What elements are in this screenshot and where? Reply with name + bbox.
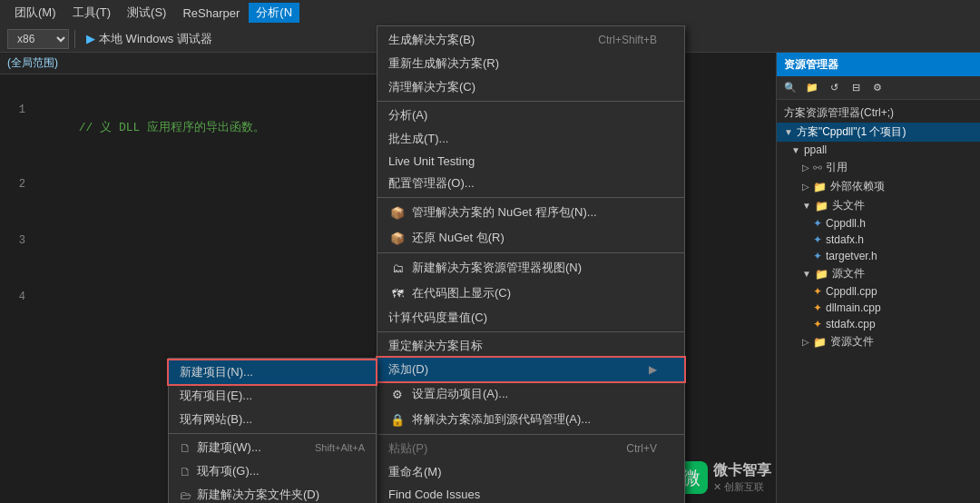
- ctx-rebuild-solution[interactable]: 重新生成解决方案(R): [377, 52, 684, 75]
- ctx-analyze[interactable]: 分析(A): [377, 104, 684, 127]
- ctx-gear-icon: ⚙: [388, 385, 407, 403]
- code-line-1: 1 // 义 DLL 应用程序的导出函数。: [0, 82, 390, 156]
- ctx-nuget-manage[interactable]: 📦 管理解决方案的 NuGet 程序包(N)...: [377, 200, 684, 225]
- submenu-new-item[interactable]: 🗋 新建项(W)... Shift+Alt+A: [169, 436, 376, 459]
- resources-folder[interactable]: ▷ 📁 资源文件: [777, 332, 980, 351]
- ctx-clean-solution[interactable]: 清理解决方案(C): [377, 75, 684, 99]
- menu-test[interactable]: 测试(S): [120, 3, 173, 23]
- panel-settings-btn[interactable]: ⚙: [867, 79, 887, 97]
- ctx-add-to-source[interactable]: 🔒 将解决方案添加到源代码管理(A)...: [377, 407, 684, 432]
- ctx-config-manager[interactable]: 配置管理器(O)...: [377, 172, 684, 195]
- ctx-code-metrics[interactable]: 计算代码度量值(C): [377, 306, 684, 330]
- ctx-clean-label: 清理解决方案(C): [388, 79, 657, 95]
- menu-tools[interactable]: 工具(T): [65, 3, 119, 23]
- config-dropdown[interactable]: x86: [7, 29, 69, 49]
- solution-explorer: 资源管理器 🔍 📁 ↺ ⊟ ⚙ 方案资源管理器(Ctrl+;) ▼ 方案"Cpp…: [776, 53, 980, 503]
- ctx-codemap-label: 在代码图上显示(C): [412, 285, 511, 301]
- submenu-new-item-shortcut: Shift+Alt+A: [315, 442, 365, 453]
- menu-resharper[interactable]: ReSharper: [175, 5, 247, 22]
- panel-collapse-btn[interactable]: ⊟: [846, 79, 866, 97]
- external-deps-folder[interactable]: ▷ 📁 外部依赖项: [777, 177, 980, 196]
- line-num-3: 3: [0, 232, 33, 250]
- solution-name-text: 方案"Cppdll"(1 个项目): [797, 124, 906, 140]
- menu-team[interactable]: 团队(M): [7, 3, 64, 23]
- ctx-find-issues[interactable]: Find Code Issues: [377, 484, 684, 503]
- watermark-sub: ✕ 创新互联: [713, 480, 771, 494]
- scope-bar: (全局范围): [0, 53, 390, 74]
- debugger-label: 本地 Windows 调试器: [99, 31, 212, 47]
- cppdll-cpp-item[interactable]: ✦ Cppdll.cpp: [777, 283, 980, 300]
- dllmain-cpp-label: dllmain.cpp: [826, 301, 881, 314]
- stdafx-cpp-icon: ✦: [813, 318, 822, 330]
- panel-search-btn[interactable]: 🔍: [780, 79, 800, 97]
- ctx-new-sol-view[interactable]: 🗂 新建解决方案资源管理器视图(N): [377, 255, 684, 281]
- ctx-nuget-label: 管理解决方案的 NuGet 程序包(N)...: [412, 204, 597, 221]
- submenu-sep-1: [169, 433, 376, 434]
- panel-new-folder-btn[interactable]: 📁: [802, 79, 822, 97]
- ctx-set-startup[interactable]: ⚙ 设置启动项目(A)...: [377, 381, 684, 407]
- stdafx-h-item[interactable]: ✦ stdafx.h: [777, 232, 980, 248]
- stdafx-cpp-label: stdafx.cpp: [826, 318, 876, 330]
- project-label: ppall: [804, 143, 827, 156]
- stdafx-cpp-item[interactable]: ✦ stdafx.cpp: [777, 316, 980, 332]
- ctx-paste-shortcut: Ctrl+V: [626, 442, 657, 455]
- headers-folder[interactable]: ▼ 📁 头文件: [777, 196, 980, 215]
- dllmain-cpp-icon: ✦: [813, 301, 822, 314]
- ext-icon: 📁: [813, 181, 827, 193]
- code-comment-1: // 义 DLL 应用程序的导出函数。: [79, 121, 265, 134]
- ctx-paste[interactable]: 粘贴(P) Ctrl+V: [377, 437, 684, 460]
- ctx-add[interactable]: 添加(D) ▶: [377, 358, 684, 381]
- refs-folder[interactable]: ▷ ⚯ 引用: [777, 158, 980, 177]
- stdafx-h-icon: ✦: [813, 233, 822, 246]
- submenu-new-solution-folder[interactable]: 🗁 新建解决方案文件夹(D): [169, 483, 376, 503]
- solution-name-item[interactable]: ▼ 方案"Cppdll"(1 个项目): [777, 123, 980, 142]
- submenu-existing-website[interactable]: 现有网站(B)...: [169, 408, 376, 431]
- ctx-codemap[interactable]: 🗺 在代码图上显示(C): [377, 281, 684, 306]
- submenu-existing-project[interactable]: 现有项目(E)...: [169, 384, 376, 408]
- context-menu-build: 生成解决方案(B) Ctrl+Shift+B 重新生成解决方案(R) 清理解决方…: [377, 25, 685, 503]
- debug-run-button[interactable]: ▶ 本地 Windows 调试器: [81, 29, 218, 49]
- ctx-startup-label: 设置启动项目(A)...: [412, 386, 508, 402]
- ctx-nuget2-icon: 📦: [388, 229, 407, 247]
- targetver-h-item[interactable]: ✦ targetver.h: [777, 248, 980, 264]
- solution-panel-title-text: 资源管理器: [784, 57, 838, 73]
- sources-folder[interactable]: ▼ 📁 源文件: [777, 264, 980, 283]
- project-item[interactable]: ▼ ppall: [777, 142, 980, 158]
- line-num-1: 1: [0, 101, 33, 119]
- ctx-add-label: 添加(D): [388, 361, 649, 378]
- sources-arrow: ▼: [802, 269, 811, 279]
- menu-bar: 团队(M) 工具(T) 测试(S) ReSharper 分析(N: [0, 0, 980, 25]
- ctx-rebuild-label: 重新生成解决方案(R): [388, 55, 657, 72]
- submenu-existing-item-label: 现有项(G)...: [197, 463, 260, 479]
- dllmain-cpp-item[interactable]: ✦ dllmain.cpp: [777, 300, 980, 316]
- solution-content: 方案资源管理器(Ctrl+;) ▼ 方案"Cppdll"(1 个项目) ▼ pp…: [777, 100, 980, 355]
- submenu-new-item-icon: 🗋: [180, 441, 191, 455]
- targetver-h-icon: ✦: [813, 250, 822, 262]
- menu-analysis[interactable]: 分析(N: [249, 3, 299, 23]
- submenu-existing-item[interactable]: 🗋 现有项(G)...: [169, 459, 376, 483]
- ctx-sep-1: [377, 101, 684, 102]
- ctx-generate-solution[interactable]: 生成解决方案(B) Ctrl+Shift+B: [377, 28, 684, 52]
- stdafx-h-label: stdafx.h: [826, 233, 864, 246]
- refs-label: 引用: [826, 160, 848, 175]
- resources-label: 资源文件: [830, 334, 874, 350]
- submenu-new-project[interactable]: 新建项目(N)...: [169, 360, 376, 384]
- ctx-live-label: Live Unit Testing: [388, 154, 657, 168]
- cppdll-h-item[interactable]: ✦ Cppdll.h: [777, 215, 980, 232]
- ctx-findissues-label: Find Code Issues: [388, 488, 657, 501]
- panel-refresh-btn[interactable]: ↺: [824, 79, 844, 97]
- sources-label: 源文件: [832, 266, 865, 281]
- ctx-retarget[interactable]: 重定解决方案目标: [377, 334, 684, 358]
- ctx-config-label: 配置管理器(O)...: [388, 175, 657, 192]
- ext-arrow: ▷: [802, 182, 809, 192]
- ctx-batch-label: 批生成(T)...: [388, 131, 657, 147]
- ctx-retarget-label: 重定解决方案目标: [388, 338, 657, 354]
- ctx-batch-build[interactable]: 批生成(T)...: [377, 127, 684, 151]
- ctx-live-unit[interactable]: Live Unit Testing: [377, 151, 684, 172]
- resources-icon: 📁: [813, 336, 827, 349]
- ctx-nuget-restore[interactable]: 📦 还原 NuGet 包(R): [377, 225, 684, 251]
- ctx-rename[interactable]: 重命名(M): [377, 460, 684, 484]
- watermark-sub-text: 创新互联: [724, 481, 764, 492]
- solution-panel-toolbar: 🔍 📁 ↺ ⊟ ⚙: [777, 76, 980, 100]
- ctx-sep-3: [377, 252, 684, 253]
